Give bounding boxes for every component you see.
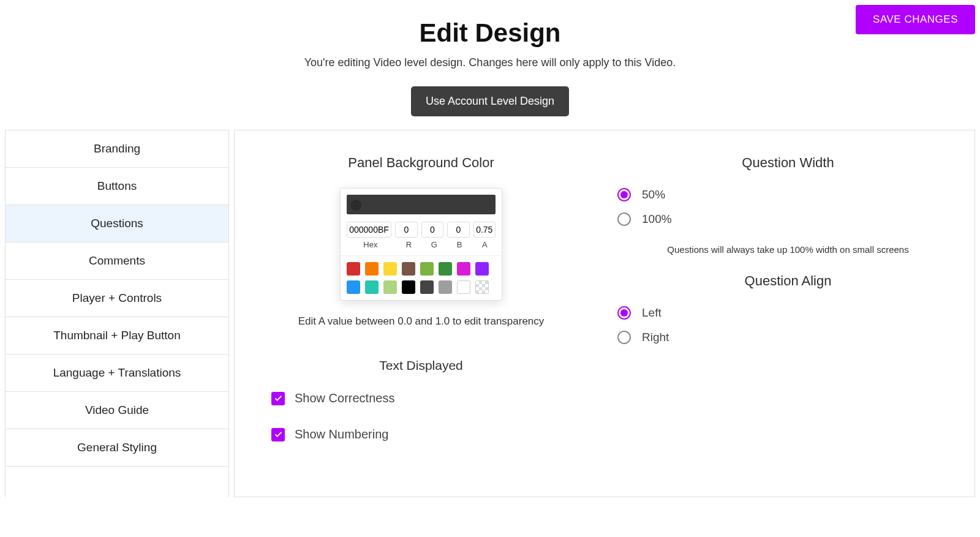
sidebar-item-video-guide[interactable]: Video Guide bbox=[6, 392, 228, 429]
swatch[interactable] bbox=[457, 262, 470, 276]
swatch[interactable] bbox=[420, 262, 434, 276]
question-width-option[interactable]: 100% bbox=[617, 212, 968, 226]
b-input[interactable] bbox=[447, 222, 469, 238]
sidebar-item-comments[interactable]: Comments bbox=[6, 242, 228, 280]
question-align-option[interactable]: Right bbox=[617, 331, 968, 344]
save-changes-button[interactable]: SAVE CHANGES bbox=[856, 5, 975, 34]
text-displayed-title: Text Displayed bbox=[241, 358, 601, 373]
color-preview-handle[interactable] bbox=[350, 200, 361, 211]
r-label: R bbox=[398, 240, 420, 249]
sidebar-item-branding[interactable]: Branding bbox=[6, 130, 228, 168]
checkbox-icon bbox=[271, 392, 285, 405]
question-align-group: LeftRight bbox=[608, 306, 968, 344]
swatch[interactable] bbox=[457, 280, 470, 294]
radio-icon bbox=[617, 188, 631, 201]
question-width-group: 50%100% bbox=[608, 188, 968, 226]
swatch[interactable] bbox=[347, 280, 360, 294]
checkbox-icon bbox=[271, 428, 285, 441]
radio-label: 50% bbox=[642, 188, 665, 201]
right-column: Question Width 50%100% Questions will al… bbox=[608, 155, 968, 472]
question-width-option[interactable]: 50% bbox=[617, 188, 968, 201]
swatch[interactable] bbox=[383, 262, 397, 276]
hex-input[interactable] bbox=[347, 222, 391, 238]
swatch[interactable] bbox=[475, 262, 489, 276]
hex-label: Hex bbox=[347, 240, 394, 249]
transparency-hint: Edit A value between 0.0 and 1.0 to edit… bbox=[241, 315, 601, 328]
g-label: G bbox=[423, 240, 445, 249]
swatch[interactable] bbox=[402, 280, 415, 294]
page-subtitle: You're editing Video level design. Chang… bbox=[0, 56, 980, 69]
checkbox-label: Show Numbering bbox=[295, 427, 388, 441]
swatch[interactable] bbox=[402, 262, 415, 276]
text-displayed-option[interactable]: Show Correctness bbox=[271, 391, 601, 405]
radio-label: Right bbox=[642, 331, 669, 344]
swatch-grid bbox=[347, 262, 496, 294]
sidebar-item-thumbnail-play-button[interactable]: Thumbnail + Play Button bbox=[6, 317, 228, 355]
left-column: Panel Background Color Hex R G B bbox=[241, 155, 601, 472]
color-preview[interactable] bbox=[347, 195, 496, 214]
settings-panel: Panel Background Color Hex R G B bbox=[234, 130, 975, 497]
settings-sidebar: BrandingButtonsQuestionsCommentsPlayer +… bbox=[5, 130, 229, 497]
use-account-level-design-button[interactable]: Use Account Level Design bbox=[411, 86, 569, 116]
text-displayed-group: Show CorrectnessShow Numbering bbox=[241, 391, 601, 441]
g-input[interactable] bbox=[421, 222, 443, 238]
color-picker: Hex R G B A bbox=[340, 188, 502, 301]
sidebar-item-player-controls[interactable]: Player + Controls bbox=[6, 280, 228, 317]
swatch[interactable] bbox=[365, 262, 379, 276]
swatch[interactable] bbox=[439, 280, 452, 294]
radio-label: Left bbox=[642, 306, 662, 320]
b-label: B bbox=[448, 240, 470, 249]
swatch[interactable] bbox=[439, 262, 452, 276]
swatch[interactable] bbox=[347, 262, 360, 276]
sidebar-item-language-translations[interactable]: Language + Translations bbox=[6, 355, 228, 392]
swatch[interactable] bbox=[475, 280, 489, 294]
a-label: A bbox=[474, 240, 496, 249]
question-align-option[interactable]: Left bbox=[617, 306, 968, 320]
panel-bg-title: Panel Background Color bbox=[241, 155, 601, 171]
text-displayed-option[interactable]: Show Numbering bbox=[271, 427, 601, 441]
swatch[interactable] bbox=[365, 280, 379, 294]
sidebar-item-general-styling[interactable]: General Styling bbox=[6, 429, 228, 467]
a-input[interactable] bbox=[473, 222, 496, 238]
radio-icon bbox=[617, 306, 631, 320]
checkbox-label: Show Correctness bbox=[295, 391, 394, 405]
swatch[interactable] bbox=[420, 280, 434, 294]
question-width-note: Questions will always take up 100% width… bbox=[608, 244, 968, 255]
sidebar-item-questions[interactable]: Questions bbox=[6, 205, 228, 242]
page-title: Edit Design bbox=[0, 18, 980, 48]
question-align-title: Question Align bbox=[608, 273, 968, 289]
radio-icon bbox=[617, 331, 631, 344]
radio-icon bbox=[617, 212, 631, 226]
sidebar-item-buttons[interactable]: Buttons bbox=[6, 168, 228, 205]
swatch[interactable] bbox=[383, 280, 397, 294]
radio-label: 100% bbox=[642, 212, 672, 226]
question-width-title: Question Width bbox=[608, 155, 968, 171]
r-input[interactable] bbox=[395, 222, 417, 238]
page-header: Edit Design You're editing Video level d… bbox=[0, 0, 980, 116]
